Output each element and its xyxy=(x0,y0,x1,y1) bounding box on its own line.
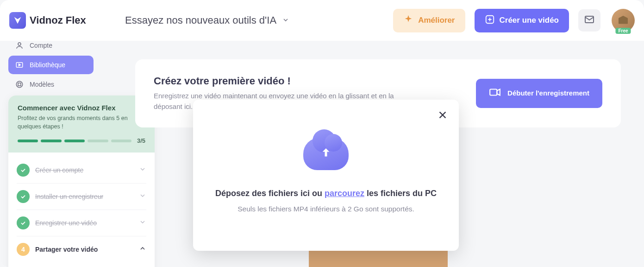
camera-icon xyxy=(489,86,501,101)
mail-button[interactable] xyxy=(578,9,600,32)
improve-label: Améliorer xyxy=(418,16,455,25)
start-recording-button[interactable]: Débuter l'enregistrement xyxy=(476,79,602,108)
check-icon xyxy=(17,164,30,177)
check-icon xyxy=(17,190,30,203)
step-number-badge: 4 xyxy=(17,243,30,256)
sidebar-item-library[interactable]: Bibliothèque xyxy=(8,56,94,74)
progress-segment xyxy=(18,140,38,142)
ai-tools-label: Essayez nos nouveaux outils d'IA xyxy=(125,14,276,26)
avatar[interactable]: Free xyxy=(612,9,635,32)
logo-icon xyxy=(9,12,26,29)
sidebar-item-label: Bibliothèque xyxy=(30,61,65,69)
brand-name: Vidnoz Flex xyxy=(30,14,86,26)
sidebar-item-account[interactable]: Compte xyxy=(8,36,94,55)
user-icon xyxy=(15,41,24,50)
svg-marker-12 xyxy=(497,89,500,95)
check-icon xyxy=(17,216,30,229)
sidebar: Compte Bibliothèque Modèles xyxy=(5,32,97,98)
close-button[interactable] xyxy=(438,110,448,122)
upload-modal: Déposez des fichiers ici ou parcourez le… xyxy=(193,100,459,251)
progress-segment xyxy=(64,140,85,142)
logo[interactable]: Vidnoz Flex xyxy=(9,12,111,29)
progress-segment xyxy=(88,140,108,142)
upload-hint: Seuls les fichiers MP4 inférieurs à 2 Go… xyxy=(238,205,414,213)
hero-title: Créez votre première vidéo ! xyxy=(154,75,462,87)
drop-prefix: Déposez des fichiers ici ou xyxy=(215,189,325,198)
create-video-button[interactable]: Créer une vidéo xyxy=(475,9,569,32)
progress-segment xyxy=(41,140,61,142)
upload-instruction: Déposez des fichiers ici ou parcourez le… xyxy=(215,189,437,198)
mail-icon xyxy=(584,14,595,27)
svg-marker-8 xyxy=(19,64,21,66)
sparkle-icon xyxy=(403,14,413,27)
plan-badge: Free xyxy=(615,28,631,34)
drop-suffix: les fichiers du PC xyxy=(364,189,437,198)
templates-icon xyxy=(15,80,24,89)
chevron-down-icon xyxy=(282,14,289,26)
sidebar-item-label: Compte xyxy=(30,42,52,49)
create-video-label: Créer une vidéo xyxy=(500,16,559,25)
svg-rect-10 xyxy=(18,83,21,86)
svg-point-9 xyxy=(16,81,23,88)
svg-rect-11 xyxy=(490,89,497,95)
browse-link[interactable]: parcourez xyxy=(325,189,364,198)
library-icon xyxy=(15,60,24,70)
plus-icon xyxy=(485,14,495,27)
sidebar-item-templates[interactable]: Modèles xyxy=(8,75,94,94)
svg-point-6 xyxy=(18,43,21,45)
cloud-upload-icon xyxy=(303,138,349,170)
start-recording-label: Débuter l'enregistrement xyxy=(507,89,589,98)
ai-tools-dropdown[interactable]: Essayez nos nouveaux outils d'IA xyxy=(125,14,289,26)
sidebar-item-label: Modèles xyxy=(30,81,54,88)
improve-button[interactable]: Améliorer xyxy=(393,9,465,32)
